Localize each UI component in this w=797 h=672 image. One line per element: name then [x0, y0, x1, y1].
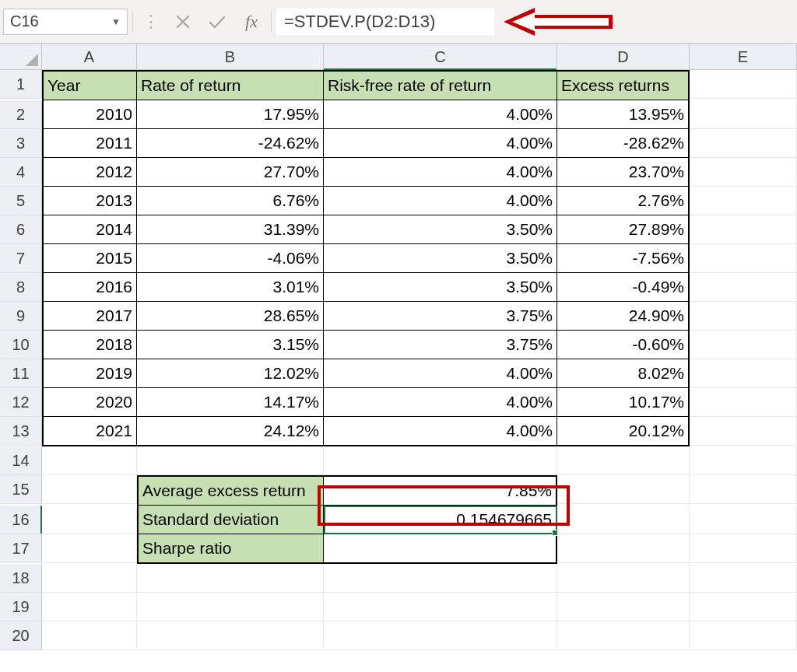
cell-E5[interactable] [690, 187, 797, 215]
cell-B18[interactable] [137, 564, 324, 593]
cell-D6[interactable]: 27.89% [557, 215, 690, 244]
cell-A8[interactable]: 2016 [42, 273, 137, 302]
cell-D13[interactable]: 20.12% [557, 417, 690, 446]
column-header-C[interactable]: C [324, 44, 557, 70]
cell-B14[interactable] [137, 446, 324, 475]
row-header-9[interactable]: 9 [0, 302, 42, 331]
cell-C4[interactable]: 4.00% [324, 158, 557, 187]
cell-B3[interactable]: -24.62% [137, 129, 324, 158]
row-header-1[interactable]: 1 [0, 70, 42, 99]
cell-A14[interactable] [42, 446, 137, 475]
cell-C1[interactable]: Risk-free rate of return [324, 70, 557, 100]
row-header-6[interactable]: 6 [0, 215, 42, 244]
cell-B5[interactable]: 6.76% [137, 187, 324, 215]
spreadsheet-grid[interactable]: A B C D E 1 Year Rate of return Risk-fre… [0, 44, 797, 650]
cell-E10[interactable] [690, 331, 797, 359]
cell-A13[interactable]: 2021 [42, 417, 137, 446]
cell-B1[interactable]: Rate of return [137, 70, 324, 100]
cell-D2[interactable]: 13.95% [557, 100, 690, 129]
select-all-corner[interactable] [0, 44, 42, 70]
row-header-4[interactable]: 4 [0, 158, 42, 187]
cell-B15[interactable]: Average excess return [137, 475, 324, 506]
cell-A11[interactable]: 2019 [42, 359, 137, 388]
cell-E6[interactable] [690, 215, 797, 244]
cell-E4[interactable] [690, 158, 797, 187]
column-header-A[interactable]: A [42, 44, 137, 70]
cell-B2[interactable]: 17.95% [137, 100, 324, 129]
row-header-10[interactable]: 10 [0, 331, 42, 359]
cell-C15[interactable]: 7.85% [324, 475, 557, 506]
cell-C7[interactable]: 3.50% [324, 244, 557, 273]
cell-A1[interactable]: Year [42, 70, 137, 100]
cell-A7[interactable]: 2015 [42, 244, 137, 273]
cell-C16[interactable]: 0.154679665 [324, 506, 557, 534]
cell-D12[interactable]: 10.17% [557, 388, 690, 417]
cell-C10[interactable]: 3.75% [324, 331, 557, 359]
cell-B19[interactable] [137, 593, 324, 621]
cell-E1[interactable] [690, 70, 797, 99]
row-header-14[interactable]: 14 [0, 446, 42, 475]
cell-D8[interactable]: -0.49% [557, 273, 690, 302]
cell-D4[interactable]: 23.70% [557, 158, 690, 187]
cell-C17[interactable] [324, 534, 557, 564]
cell-B9[interactable]: 28.65% [137, 302, 324, 331]
row-header-16[interactable]: 16 [0, 506, 42, 534]
cell-A17[interactable] [42, 534, 137, 563]
cell-C3[interactable]: 4.00% [324, 129, 557, 158]
cell-D10[interactable]: -0.60% [557, 331, 690, 359]
cell-E11[interactable] [690, 359, 797, 388]
cell-D16[interactable] [557, 506, 690, 534]
cell-D11[interactable]: 8.02% [557, 359, 690, 388]
cell-E2[interactable] [690, 100, 797, 129]
row-header-17[interactable]: 17 [0, 534, 42, 563]
cell-D1[interactable]: Excess returns [557, 70, 690, 100]
insert-function-button[interactable]: fx [237, 9, 266, 35]
cell-E17[interactable] [690, 534, 797, 563]
cell-E8[interactable] [690, 273, 797, 302]
cell-E12[interactable] [690, 388, 797, 417]
row-header-11[interactable]: 11 [0, 359, 42, 388]
cell-E20[interactable] [690, 621, 797, 650]
cell-B13[interactable]: 24.12% [137, 417, 324, 446]
row-header-13[interactable]: 13 [0, 417, 42, 446]
row-header-3[interactable]: 3 [0, 129, 42, 158]
cell-A3[interactable]: 2011 [42, 129, 137, 158]
cell-B4[interactable]: 27.70% [137, 158, 324, 187]
cell-C13[interactable]: 4.00% [324, 417, 557, 446]
cell-A5[interactable]: 2013 [42, 187, 137, 215]
cell-B7[interactable]: -4.06% [137, 244, 324, 273]
cell-A16[interactable] [42, 506, 137, 534]
cell-E14[interactable] [690, 446, 797, 475]
cell-B17[interactable]: Sharpe ratio [137, 534, 324, 564]
cell-C5[interactable]: 4.00% [324, 187, 557, 215]
row-header-2[interactable]: 2 [0, 100, 42, 129]
cell-E15[interactable] [690, 475, 797, 504]
cell-E18[interactable] [690, 564, 797, 593]
cell-C19[interactable] [324, 593, 557, 621]
cell-D7[interactable]: -7.56% [557, 244, 690, 273]
row-header-20[interactable]: 20 [0, 621, 42, 650]
row-header-15[interactable]: 15 [0, 475, 42, 504]
cell-D3[interactable]: -28.62% [557, 129, 690, 158]
cell-C2[interactable]: 4.00% [324, 100, 557, 129]
cell-E13[interactable] [690, 417, 797, 446]
chevron-down-icon[interactable]: ▼ [111, 16, 121, 27]
cell-B8[interactable]: 3.01% [137, 273, 324, 302]
cell-E19[interactable] [690, 593, 797, 621]
cell-D19[interactable] [557, 593, 690, 621]
column-header-E[interactable]: E [690, 44, 797, 70]
cell-C8[interactable]: 3.50% [324, 273, 557, 302]
cell-A2[interactable]: 2010 [42, 100, 137, 129]
cell-A19[interactable] [42, 593, 137, 621]
cell-B20[interactable] [137, 621, 324, 650]
cell-E16[interactable] [690, 506, 797, 534]
name-box[interactable]: C16 ▼ [3, 9, 128, 35]
accept-icon[interactable] [202, 9, 232, 35]
row-header-8[interactable]: 8 [0, 273, 42, 302]
cell-B12[interactable]: 14.17% [137, 388, 324, 417]
cell-A6[interactable]: 2014 [42, 215, 137, 244]
row-header-7[interactable]: 7 [0, 244, 42, 273]
cell-C20[interactable] [324, 621, 557, 650]
cell-C9[interactable]: 3.75% [324, 302, 557, 331]
row-header-5[interactable]: 5 [0, 187, 42, 215]
